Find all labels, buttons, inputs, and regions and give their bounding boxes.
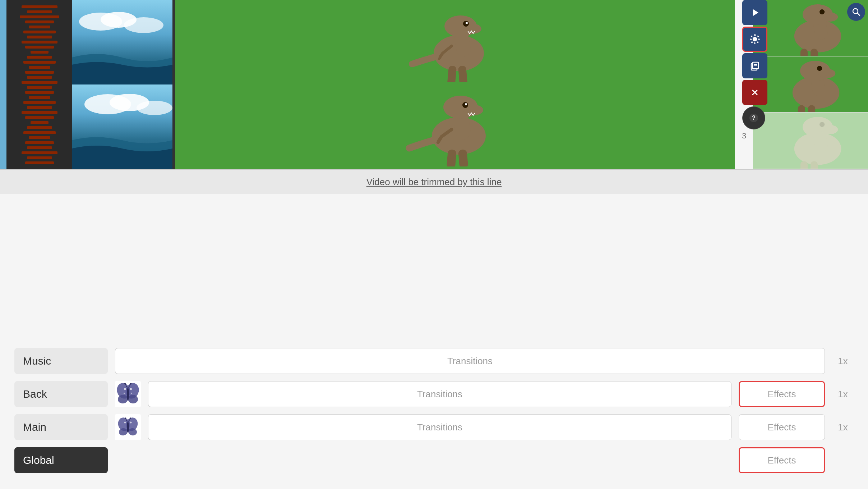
svg-rect-29	[22, 151, 57, 154]
svg-rect-24	[27, 126, 52, 129]
svg-rect-54	[758, 39, 760, 40]
svg-rect-22	[25, 116, 54, 119]
main-container: 📌	[0, 0, 868, 489]
svg-point-119	[127, 422, 129, 433]
ocean-bottom-svg	[72, 84, 172, 169]
action-buttons: ?	[742, 0, 767, 129]
trim-line-area: Video will be trimmed by this line	[0, 169, 868, 194]
waveform-svg	[7, 2, 72, 167]
svg-point-99	[819, 122, 825, 127]
video-area: 📌	[0, 0, 868, 169]
svg-rect-9	[31, 51, 49, 54]
effects-button-back[interactable]: Effects	[739, 381, 825, 407]
svg-rect-21	[22, 111, 57, 114]
ocean-top	[72, 0, 172, 84]
svg-rect-12	[29, 66, 50, 69]
transitions-button-back[interactable]: Transitions	[148, 381, 731, 407]
track-label-global[interactable]: Global	[14, 447, 108, 473]
dino-top-svg	[405, 3, 505, 82]
multiplier-music: 1x	[832, 356, 854, 367]
svg-point-110	[131, 393, 132, 394]
svg-rect-6	[27, 36, 52, 38]
copy-icon	[750, 61, 760, 71]
svg-point-124	[125, 417, 126, 419]
svg-rect-14	[27, 76, 52, 79]
thumb-number-3: 3	[735, 131, 753, 141]
play-icon	[750, 8, 760, 18]
transitions-label-music: Transitions	[447, 356, 493, 367]
svg-point-108	[130, 388, 132, 390]
svg-point-121	[130, 422, 132, 424]
effects-label-global: Effects	[767, 455, 796, 466]
svg-rect-85	[811, 49, 818, 56]
transitions-label-back: Transitions	[417, 389, 462, 400]
svg-rect-31	[25, 161, 54, 164]
svg-rect-7	[22, 41, 57, 44]
transitions-button-main[interactable]: Transitions	[148, 414, 731, 440]
track-label-music-text: Music	[23, 355, 51, 367]
effects-button-main[interactable]: Effects	[739, 414, 825, 440]
track-label-global-text: Global	[23, 454, 54, 466]
svg-point-83	[819, 9, 825, 14]
settings-button[interactable]	[742, 27, 767, 52]
dino-panel: 📌	[175, 0, 735, 169]
transitions-label-main: Transitions	[417, 422, 462, 433]
track-label-main[interactable]: Main	[14, 414, 108, 440]
svg-point-114	[130, 383, 131, 384]
svg-rect-2	[20, 15, 59, 18]
svg-point-106	[127, 388, 129, 401]
svg-point-35	[124, 17, 163, 33]
transitions-button-music[interactable]: Transitions	[115, 348, 825, 374]
svg-rect-52	[754, 42, 756, 44]
bottom-controls: Music Transitions 1x Back	[0, 244, 868, 489]
svg-point-39	[137, 101, 172, 115]
thumbnail-3	[753, 113, 868, 169]
zoom-button[interactable]	[847, 3, 865, 21]
thumbnail-2	[753, 56, 868, 113]
dino-bottom	[175, 84, 735, 169]
dino-bottom-svg	[405, 87, 505, 166]
svg-rect-20	[27, 106, 52, 109]
delete-icon	[750, 87, 760, 97]
svg-rect-4	[29, 26, 50, 28]
svg-rect-57	[751, 41, 753, 44]
svg-line-77	[858, 13, 860, 16]
ocean-bottom	[72, 84, 172, 169]
waveform-panel	[0, 0, 72, 169]
track-thumb-main	[115, 414, 141, 440]
delete-button[interactable]	[742, 80, 767, 105]
svg-point-120	[124, 422, 126, 424]
svg-point-45	[466, 22, 468, 24]
svg-rect-27	[25, 141, 54, 144]
track-row-global: Global Effects	[14, 446, 854, 475]
thumb-dino-2	[753, 56, 868, 113]
svg-rect-30	[27, 156, 52, 159]
track-label-back[interactable]: Back	[14, 381, 108, 407]
effects-button-global[interactable]: Effects	[739, 447, 825, 473]
svg-marker-48	[753, 9, 758, 16]
blue-strip	[0, 0, 6, 169]
svg-rect-13	[25, 71, 54, 74]
track-row-main: Main	[14, 413, 854, 442]
svg-rect-53	[750, 39, 752, 40]
copy-button[interactable]	[742, 53, 767, 78]
help-button[interactable]: ?	[742, 106, 765, 129]
empty-space	[0, 194, 868, 244]
track-label-music[interactable]: Music	[14, 348, 108, 374]
svg-rect-15	[22, 81, 57, 84]
svg-rect-84	[800, 49, 808, 56]
svg-rect-10	[27, 56, 52, 59]
svg-rect-23	[31, 121, 49, 124]
butterfly-large-icon	[116, 382, 140, 406]
track-row-back: Back	[14, 380, 854, 408]
svg-rect-55	[751, 35, 753, 37]
svg-rect-0	[22, 5, 57, 8]
svg-rect-51	[754, 34, 756, 36]
help-icon: ?	[749, 113, 759, 123]
zoom-icon	[852, 8, 860, 16]
effects-label-back: Effects	[767, 389, 796, 400]
multiplier-main: 1x	[832, 422, 854, 433]
svg-point-73	[465, 103, 467, 105]
svg-rect-58	[757, 41, 759, 44]
play-button[interactable]	[742, 0, 767, 25]
